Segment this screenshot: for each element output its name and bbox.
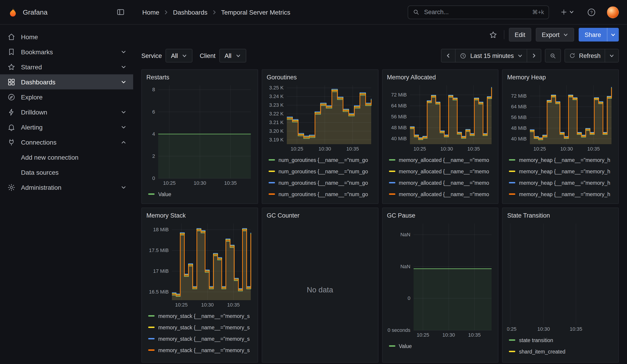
legend-item[interactable]: memory_heap {__name__="memory_h <box>509 166 614 177</box>
sidebar-item-drilldown[interactable]: Drilldown <box>0 104 133 119</box>
legend-item[interactable]: memory_allocated {__name__="memo <box>389 188 494 200</box>
sidebar-item-alerting[interactable]: Alerting <box>0 119 133 135</box>
goroutines-chart[interactable]: 10:2510:3010:353.19 K3.20 K3.21 K3.22 K3… <box>267 83 373 152</box>
chevron-down-icon[interactable] <box>120 79 127 85</box>
svg-text:3.19 K: 3.19 K <box>269 137 284 143</box>
legend-item[interactable]: num_goroutines {__name__="num_go <box>268 154 373 166</box>
home-link[interactable]: Grafana <box>7 7 48 18</box>
svg-text:10:25: 10:25 <box>417 332 429 338</box>
chevron-down-icon[interactable] <box>120 49 127 55</box>
breadcrumb-dashboards[interactable]: Dashboards <box>173 8 208 16</box>
legend-label: memory_stack {__name__="memory_s <box>158 324 250 330</box>
panel-title[interactable]: Restarts <box>146 73 253 83</box>
sidebar-item-data-sources[interactable]: Data sources <box>0 165 133 180</box>
refresh-interval-button[interactable] <box>605 49 619 62</box>
legend-label: memory_heap {__name__="memory_h <box>519 180 610 185</box>
legend-item[interactable]: shard_item_created <box>509 346 614 357</box>
time-shift-back-button[interactable] <box>441 49 456 62</box>
chevron-down-icon[interactable] <box>120 124 127 130</box>
search-box[interactable]: ⌘+k <box>408 5 549 19</box>
legend-item[interactable]: memory_allocated {__name__="memo <box>389 154 494 166</box>
legend-item[interactable]: Value <box>389 340 494 352</box>
restarts-chart[interactable]: 10:2510:3010:3502468 <box>146 83 253 187</box>
legend-label: num_goroutines {__name__="num_go <box>279 180 368 185</box>
time-shift-forward-button[interactable] <box>526 49 541 62</box>
memory-stack-chart[interactable]: 10:2510:3010:3516.5 MiB17 MiB17.5 MiB18 … <box>146 221 253 308</box>
sidebar-item-bookmarks[interactable]: Bookmarks <box>0 44 133 59</box>
time-range-picker[interactable]: Last 15 minutes <box>455 49 527 62</box>
legend-item[interactable]: state transition <box>509 334 614 346</box>
panel-title[interactable]: Memory Allocated <box>387 73 494 83</box>
user-avatar[interactable] <box>607 6 619 18</box>
breadcrumb-home[interactable]: Home <box>142 8 159 16</box>
legend-item[interactable]: memory_heap {__name__="memory_h <box>509 177 614 188</box>
sidebar-item-dashboards[interactable]: Dashboards <box>0 74 133 89</box>
time-range-group: Last 15 minutes <box>441 49 541 62</box>
chevron-down-icon <box>611 32 616 37</box>
zoom-out-button[interactable] <box>545 49 561 62</box>
svg-text:NaN: NaN <box>400 264 410 269</box>
sidebar-toggle-button[interactable] <box>114 6 127 18</box>
legend-item[interactable]: memory_allocated {__name__="memo <box>389 166 494 177</box>
chevron-down-icon[interactable] <box>120 184 127 190</box>
svg-text:10:25: 10:25 <box>533 146 546 152</box>
sidebar-item-explore[interactable]: Explore <box>0 89 133 104</box>
svg-text:10:30: 10:30 <box>201 302 214 308</box>
refresh-button[interactable]: Refresh <box>564 49 605 62</box>
help-button[interactable]: ? <box>585 6 598 18</box>
panel-title[interactable]: Memory Heap <box>507 73 614 83</box>
share-menu-button[interactable] <box>607 28 619 42</box>
panel-title[interactable]: Goroutines <box>267 73 373 83</box>
legend-item[interactable]: memory_heap {__name__="memory_h <box>509 188 614 200</box>
search-input[interactable] <box>423 8 528 16</box>
legend-item[interactable]: memory_stack {__name__="memory_s <box>148 321 253 333</box>
panel-title[interactable]: Memory Stack <box>146 211 253 221</box>
sidebar-item-add-new-connection[interactable]: Add new connection <box>0 150 133 165</box>
client-filter-label: Client <box>200 52 215 59</box>
memory-heap-chart[interactable]: 10:2510:3010:3540 MiB48 MiB56 MiB64 MiB7… <box>507 83 614 152</box>
sidebar-item-connections[interactable]: Connections <box>0 135 133 150</box>
chevron-right-icon <box>211 9 217 15</box>
legend-item[interactable]: num_goroutines {__name__="num_go <box>268 188 373 200</box>
legend-label: Value <box>158 191 171 197</box>
panel-title[interactable]: State Transition <box>507 211 614 221</box>
panel-title[interactable]: GC Pause <box>387 211 494 221</box>
refresh-icon <box>569 52 575 59</box>
legend-label: memory_allocated {__name__="memo <box>399 180 489 185</box>
gc-pause-chart[interactable]: 10:2510:3010:350 seconds0NaNNaN <box>387 221 494 338</box>
memory-allocated-chart[interactable]: 10:2510:3010:3540 MiB48 MiB56 MiB64 MiB7… <box>387 83 494 152</box>
series-color-mark <box>268 171 275 172</box>
state-transition-chart[interactable]: 10:2510:3010:35 <box>507 221 614 332</box>
add-new-button[interactable] <box>558 6 576 18</box>
time-range-label: Last 15 minutes <box>470 52 514 59</box>
export-button[interactable]: Export <box>536 28 574 42</box>
service-filter-select[interactable]: All <box>165 49 192 62</box>
chevron-up-icon[interactable] <box>120 139 127 145</box>
legend-item[interactable]: Value <box>148 188 253 200</box>
chevron-down-icon[interactable] <box>120 109 127 115</box>
svg-text:10:30: 10:30 <box>194 180 206 186</box>
favorite-button[interactable] <box>487 29 499 41</box>
legend-label: memory_heap {__name__="memory_h <box>519 168 610 174</box>
panel-memory-stack: Memory Stack 10:2510:3010:3516.5 MiB17 M… <box>141 208 258 363</box>
legend-item[interactable]: num_goroutines {__name__="num_go <box>268 166 373 177</box>
legend: Value <box>146 188 253 200</box>
legend-item[interactable]: num_goroutines {__name__="num_go <box>268 177 373 188</box>
legend-item[interactable]: memory_stack {__name__="memory_s <box>148 344 253 356</box>
edit-button[interactable]: Edit <box>509 28 531 42</box>
series-color-mark <box>148 327 155 328</box>
sidebar-item-administration[interactable]: Administration <box>0 180 133 195</box>
main-content: Edit Export Share Service <box>133 25 627 364</box>
plug-icon <box>7 138 15 146</box>
sidebar-item-home[interactable]: Home <box>0 29 133 44</box>
chevron-down-icon[interactable] <box>120 64 127 70</box>
legend-item[interactable]: memory_heap {__name__="memory_h <box>509 154 614 166</box>
share-button[interactable]: Share <box>579 28 607 42</box>
client-filter-select[interactable]: All <box>219 49 246 62</box>
sidebar-item-starred[interactable]: Starred <box>0 59 133 74</box>
legend-item[interactable]: memory_stack {__name__="memory_s <box>148 310 253 321</box>
legend-item[interactable]: memory_allocated {__name__="memo <box>389 177 494 188</box>
legend-item[interactable]: memory_stack {__name__="memory_s <box>148 333 253 344</box>
panel-title[interactable]: GC Counter <box>267 211 373 221</box>
svg-text:40 MiB: 40 MiB <box>391 136 407 141</box>
